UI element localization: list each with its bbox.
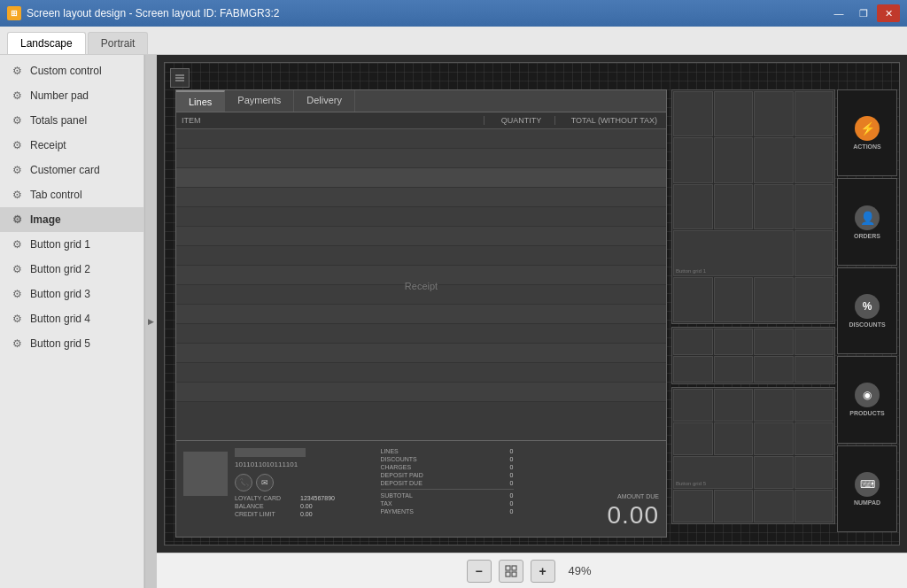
minimize-button[interactable]: — — [827, 4, 850, 22]
table-row — [176, 324, 666, 344]
content-area: ⚙ Custom control ⚙ Number pad ⚙ Totals p… — [0, 55, 907, 588]
receipt-tab-lines[interactable]: Lines — [176, 90, 225, 112]
orders-button[interactable]: 👤 ORDERS — [837, 178, 897, 265]
zoom-out-button[interactable]: − — [467, 560, 492, 583]
btn-cell[interactable] — [754, 91, 794, 136]
btn-cell[interactable] — [673, 389, 713, 422]
close-button[interactable]: ✕ — [877, 4, 900, 22]
btn-cell[interactable]: Button grid 5 — [673, 456, 753, 489]
customer-name-bar — [235, 448, 306, 457]
btn-cell[interactable] — [754, 422, 794, 455]
sidebar-item-custom-control[interactable]: ⚙ Custom control — [0, 58, 143, 83]
sidebar-item-customer-card[interactable]: ⚙ Customer card — [0, 158, 143, 182]
table-row — [176, 344, 666, 363]
portrait-tab[interactable]: Portrait — [88, 32, 149, 54]
amount-due-value: 0.00 — [608, 501, 660, 530]
sidebar-label-button-grid-1: Button grid 1 — [30, 238, 90, 251]
mid-area — [671, 327, 835, 384]
btn-cell[interactable] — [714, 422, 754, 455]
svg-rect-5 — [506, 572, 510, 576]
zoom-fit-button[interactable] — [499, 560, 523, 583]
loyalty-card-label: LOYALTY CARD — [235, 495, 297, 501]
numpad-button[interactable]: ⌨ NUMPAD — [837, 445, 897, 532]
zoom-in-button[interactable]: + — [531, 560, 555, 583]
tax-row: TAX 0 — [381, 500, 514, 507]
table-row — [176, 246, 666, 266]
btn-cell[interactable] — [754, 137, 794, 182]
canvas[interactable]: Lines Payments Delivery ITEM QUANTITY TO… — [164, 62, 900, 545]
canvas-settings-icon[interactable] — [170, 68, 190, 88]
receipt-tabs: Lines Payments Delivery — [176, 90, 666, 112]
deposit-paid-label: DEPOSIT PAID — [381, 472, 423, 478]
products-button[interactable]: ◉ PRODUCTS — [837, 356, 897, 443]
btn-cell[interactable] — [673, 184, 713, 229]
receipt-tab-payments[interactable]: Payments — [225, 90, 294, 112]
discounts-button[interactable]: % DISCOUNTS — [837, 267, 897, 354]
btn-cell[interactable] — [754, 277, 794, 322]
restore-button[interactable]: ❐ — [852, 4, 875, 22]
charges-value: 0 — [510, 464, 514, 470]
btn-cell[interactable] — [673, 356, 713, 383]
btn-cell[interactable] — [673, 277, 713, 322]
btn-cell[interactable] — [673, 422, 713, 455]
btn-cell[interactable] — [795, 490, 834, 522]
loyalty-card-row: LOYALTY CARD 1234567890 — [235, 495, 374, 501]
col-header-qty: QUANTITY — [484, 116, 554, 125]
tab-bar: Landscape Portrait — [0, 27, 907, 55]
sidebar-collapse-button[interactable]: ▶ — [144, 55, 157, 588]
btn-cell[interactable] — [795, 356, 834, 383]
sidebar-item-button-grid-3[interactable]: ⚙ Button grid 3 — [0, 282, 143, 306]
btn-cell[interactable] — [795, 91, 834, 136]
btn-cell[interactable] — [714, 329, 754, 355]
sidebar-item-image[interactable]: ⚙ Image — [0, 207, 143, 232]
receipt-tab-delivery[interactable]: Delivery — [294, 90, 355, 112]
actions-button[interactable]: ⚡ ACTIONS — [837, 89, 897, 176]
btn-cell[interactable] — [754, 456, 794, 489]
btn-cell[interactable] — [795, 422, 834, 455]
gear-icon-6: ⚙ — [11, 189, 23, 201]
deposit-paid-value: 0 — [510, 472, 514, 478]
sidebar-item-button-grid-1[interactable]: ⚙ Button grid 1 — [0, 232, 143, 257]
btn-cell[interactable] — [673, 137, 713, 182]
btn-cell[interactable] — [754, 329, 794, 355]
btn-cell[interactable] — [673, 91, 713, 136]
email-icon[interactable]: ✉ — [256, 474, 274, 491]
sidebar-item-number-pad[interactable]: ⚙ Number pad — [0, 83, 143, 108]
btn-cell[interactable] — [795, 389, 834, 422]
btn-cell[interactable]: Button grid 1 — [673, 230, 794, 275]
btn-cell[interactable] — [714, 91, 754, 136]
phone-icon[interactable]: 📞 — [235, 474, 252, 491]
sidebar-item-receipt[interactable]: ⚙ Receipt — [0, 133, 143, 158]
sidebar-item-button-grid-4[interactable]: ⚙ Button grid 4 — [0, 306, 143, 331]
btn-cell[interactable] — [795, 277, 834, 322]
btn-cell[interactable] — [754, 389, 794, 422]
svg-rect-4 — [512, 566, 516, 570]
button-grid-5: Button grid 5 — [672, 388, 834, 523]
btn-cell[interactable] — [714, 389, 754, 422]
btn-cell[interactable] — [714, 356, 754, 383]
gear-icon-4: ⚙ — [11, 139, 23, 151]
btn-cell[interactable] — [714, 277, 754, 322]
btn-cell[interactable] — [714, 184, 754, 229]
btn-cell[interactable] — [714, 137, 754, 182]
actions-icon: ⚡ — [855, 116, 880, 141]
btn-cell[interactable] — [754, 490, 794, 522]
btn-cell[interactable] — [795, 329, 834, 355]
landscape-tab[interactable]: Landscape — [7, 32, 86, 54]
sidebar-item-button-grid-5[interactable]: ⚙ Button grid 5 — [0, 331, 143, 356]
btn-cell[interactable] — [795, 184, 834, 229]
sidebar-item-totals-panel[interactable]: ⚙ Totals panel — [0, 108, 143, 133]
btn-cell[interactable] — [795, 137, 834, 182]
sidebar-item-tab-control[interactable]: ⚙ Tab control — [0, 182, 143, 207]
btn-cell[interactable] — [714, 490, 754, 522]
btn-cell[interactable] — [754, 184, 794, 229]
amount-due-section: AMOUNT DUE 0.00 — [521, 448, 660, 530]
btn-cell[interactable] — [673, 490, 713, 522]
sidebar-item-button-grid-2[interactable]: ⚙ Button grid 2 — [0, 257, 143, 282]
customer-avatar — [183, 452, 228, 496]
btn-cell[interactable] — [673, 329, 713, 355]
btn-cell[interactable] — [795, 456, 834, 489]
table-row — [176, 188, 666, 207]
btn-cell[interactable] — [754, 356, 794, 383]
btn-cell[interactable] — [795, 230, 834, 275]
